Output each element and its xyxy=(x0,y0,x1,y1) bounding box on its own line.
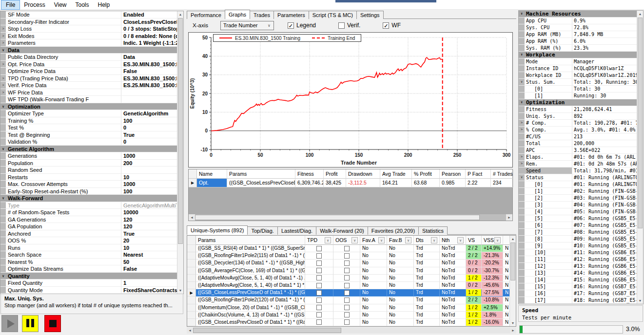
result-table-hscrollbar[interactable]: ◄► xyxy=(189,214,512,221)
prop-restarts[interactable]: Restarts10 xyxy=(0,174,177,181)
checkbox-legend[interactable]: ✓Legend xyxy=(288,22,316,29)
prop-c-us[interactable]: #C/US213 xyxy=(519,133,643,140)
prop-optimize-data-streams[interactable]: Optimize Data StreamsFalse xyxy=(0,265,177,273)
column-header-name[interactable]: Name xyxy=(197,169,227,179)
prop-oos[interactable]: OOS %20 xyxy=(0,237,177,244)
menu-view[interactable]: View xyxy=(50,0,71,9)
prop-5[interactable]: [5]#06: Running (GSB5_E5-2 xyxy=(519,215,643,222)
checkbox-oos[interactable] xyxy=(344,319,350,325)
prop-parameters[interactable]: >ParametersIndic. 1 Weight (-1:1:2), Ind… xyxy=(0,39,177,47)
systems-row[interactable]: ((GSB_RoofingFilter1Pole2(120) of Data1 … xyxy=(187,297,509,304)
column-header-drawdown[interactable]: Drawdown xyxy=(346,169,380,179)
checkbox-oos[interactable] xyxy=(344,246,350,251)
filter-icon[interactable]: ∨ xyxy=(431,237,437,243)
column-header-p-fact[interactable]: P Fact xyxy=(466,169,491,179)
prop-app-ram[interactable]: App RAM (%)6.0% xyxy=(519,38,643,45)
checkbox-tpd[interactable] xyxy=(316,290,322,296)
scroll-thumb[interactable] xyxy=(193,328,341,333)
results-row[interactable]: ▶Opt.((GSB_CloseLessPrevCloseD of6,309,7… xyxy=(189,179,512,187)
column-header-vs[interactable]: VS xyxy=(466,236,482,245)
prop-fitness[interactable]: Fitness21,208,624.41 xyxy=(519,106,643,113)
systems-row[interactable]: ((Momentum(Close, 20) of Data1 * -1) * (… xyxy=(187,304,509,312)
prop-0[interactable]: [0]#01: Running (ARLINGTON xyxy=(519,181,643,188)
scroll-left-icon[interactable]: ◄ xyxy=(189,214,195,221)
prop-workplace-id[interactable]: Workplace IDhCQLqD5FlK0lwar1Z.20190 xyxy=(519,72,643,79)
prop-comp[interactable]: ># Comp.Total: 190,278, #01: 7 xyxy=(519,120,643,127)
prop-0[interactable]: [0]Total: 30 xyxy=(519,86,643,93)
prop-sf-mode[interactable]: SF ModeEnabled xyxy=(0,11,177,19)
prop-optimize-price-data[interactable]: Optimize Price DataFalse xyxy=(0,68,177,75)
prop-6[interactable]: [6]#07: Running (GSB5_E5-2 xyxy=(519,222,643,229)
column-header-fitness[interactable]: Fitness xyxy=(295,169,324,179)
prop-16[interactable]: [16]#17: Running (GSB7_E5-2 xyxy=(519,290,643,297)
prop-wf-tpd-walk-forward-trading-f[interactable]: WF TPD (Walk-Forward Trading F xyxy=(0,96,177,103)
prop-runs[interactable]: Runs10 xyxy=(0,244,177,252)
column-header-oos[interactable]: OOS∨ xyxy=(333,236,360,245)
prop-total[interactable]: Total200,000 xyxy=(519,140,643,147)
checkbox-tpd[interactable] xyxy=(316,253,322,259)
column-header-params[interactable]: Params xyxy=(196,236,305,245)
column-header-avg-trade[interactable]: Avg Trade xyxy=(380,169,412,179)
checkbox-tpd[interactable] xyxy=(316,305,322,310)
section-optimization[interactable]: ∨Optimization xyxy=(0,103,177,111)
expand-icon[interactable]: > xyxy=(0,33,6,39)
tab-script-ts-mc[interactable]: Script (TS & MC) xyxy=(309,11,357,19)
collapse-icon[interactable]: ∨ xyxy=(0,103,6,110)
checkbox-tpd[interactable] xyxy=(316,283,322,288)
prop-stop-loss[interactable]: >Stop Loss0 / 3 stops: StaticStop (enabl… xyxy=(0,25,177,33)
filter-icon[interactable]: ∨ xyxy=(405,237,411,243)
checkbox-oos[interactable] xyxy=(344,261,350,266)
prop-training[interactable]: Training %100 xyxy=(0,117,177,125)
checkbox-oos[interactable] xyxy=(344,253,350,259)
prop-test[interactable]: Test %0 xyxy=(0,124,177,131)
systems-row[interactable]: ((GSB_SS_RSI(4) of Data1 * 1) * ((GSB_Su… xyxy=(187,245,509,252)
systems-row[interactable]: ▶((GSB_CloseLessPrevCloseD of Data1 * -1… xyxy=(187,289,509,297)
prop-apc[interactable]: APC3.56E+022 xyxy=(519,147,643,154)
scroll-right-icon[interactable]: ► xyxy=(506,214,512,221)
filter-icon[interactable]: ∨ xyxy=(457,237,464,243)
filter-icon[interactable]: ∨ xyxy=(378,237,385,243)
expand-icon[interactable]: > xyxy=(519,161,525,167)
tab-performance[interactable]: Performance xyxy=(187,11,225,19)
collapse-icon[interactable]: ∨ xyxy=(519,11,525,17)
section-workplace[interactable]: ∨Workplace xyxy=(519,52,643,58)
systems-row[interactable]: ((GSB_Decycler(134) of Data1 * -1) * ((G… xyxy=(187,260,509,267)
scroll-down-icon[interactable]: ▼ xyxy=(177,287,183,294)
prop-elaps[interactable]: >Elaps.#01: 0d 0h 6m 7s (ARL xyxy=(519,154,643,161)
prop-ga-population[interactable]: GA Population120 xyxy=(0,223,177,230)
prop-4[interactable]: [4]#05: Running (FIN-GSB-0 xyxy=(519,208,643,215)
expand-icon[interactable]: > xyxy=(0,75,6,82)
checkbox-oos[interactable] xyxy=(344,283,350,288)
tab-unique-systems-892[interactable]: Unique-Systems (892) xyxy=(187,225,248,235)
column-header-fav-b[interactable]: Fav.B∨ xyxy=(387,236,414,245)
checkbox-tpd[interactable] xyxy=(316,319,322,325)
checkbox-tpd[interactable] xyxy=(316,246,322,251)
prop-optimizer-type[interactable]: Optimizer TypeGeneticAlgorithm xyxy=(0,110,177,117)
checkbox-oos[interactable] xyxy=(344,275,350,280)
scroll-up-icon[interactable]: ▲ xyxy=(177,11,183,18)
prop-17[interactable]: [17]#18: Running (GSB7_E5-2 xyxy=(519,297,643,304)
checkbox-oos[interactable] xyxy=(344,268,350,273)
filter-icon[interactable]: ∨ xyxy=(351,237,358,243)
systems-row[interactable]: ((AdaptiveMovAvg(Close, 5, 1, 40) of Dat… xyxy=(187,275,509,282)
prop-validation[interactable]: Validation %0 xyxy=(0,138,177,146)
prop-app-cpu[interactable]: App CPU0.9% xyxy=(519,18,643,24)
checkbox-oos[interactable] xyxy=(344,305,350,310)
prop-of-random-space-tests[interactable]: # of Random-Space Tests10000 xyxy=(0,209,177,216)
scroll-up-icon[interactable]: ▲ xyxy=(637,11,643,17)
status-grid-scrollbar[interactable]: ▲▼ xyxy=(637,11,643,304)
start-button[interactable] xyxy=(1,315,18,332)
prop-secondary-filter-indicator[interactable]: Secondary-Filter IndicatorCloseLessPrevC… xyxy=(0,19,177,26)
prop-wf-price-data[interactable]: >WF Price Data xyxy=(0,89,177,96)
prop-search-space[interactable]: Search SpaceNearest xyxy=(0,251,177,259)
scroll-thumb[interactable] xyxy=(195,215,480,220)
prop-nearest[interactable]: Nearest %50 xyxy=(0,259,177,266)
tab-trades[interactable]: Trades xyxy=(250,11,274,19)
tab-graphs[interactable]: Graphs xyxy=(225,10,250,19)
column-header-profit[interactable]: % Profit xyxy=(412,169,440,179)
prop-10[interactable]: [10]#11: Running (GSB6_E5-2 xyxy=(519,249,643,256)
checkbox-oos[interactable] xyxy=(344,312,350,317)
prop-random-seed[interactable]: Random Seed xyxy=(0,167,177,174)
expand-icon[interactable]: > xyxy=(0,61,6,68)
collapse-icon[interactable]: ∨ xyxy=(519,79,525,85)
